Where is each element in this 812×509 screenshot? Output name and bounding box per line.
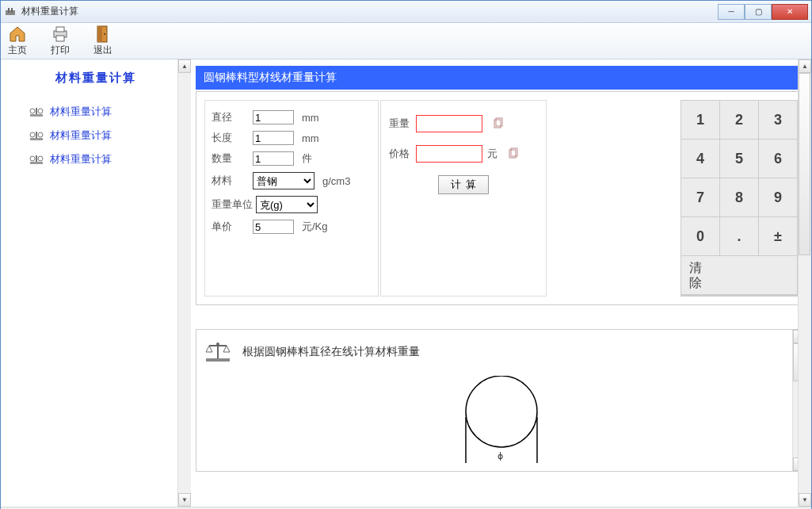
svg-point-16 <box>38 132 43 137</box>
length-label: 长度 <box>212 131 253 145</box>
scale-icon <box>29 130 44 141</box>
print-button[interactable]: 打印 <box>50 25 71 57</box>
svg-rect-14 <box>36 132 37 138</box>
svg-rect-0 <box>6 10 15 15</box>
svg-rect-17 <box>30 162 43 164</box>
svg-point-15 <box>30 132 35 137</box>
svg-point-11 <box>30 109 35 113</box>
key-0[interactable]: 0 <box>681 217 719 255</box>
rod-diagram: ɸ <box>204 376 798 463</box>
balance-scale-icon <box>204 341 231 363</box>
sidebar: 材料重量计算 材料重量计算 材料重量计算 材料重量计算 ▲ ▼ <box>1 59 191 507</box>
svg-rect-9 <box>30 114 43 117</box>
material-select[interactable]: 普钢 <box>253 172 315 189</box>
key-1[interactable]: 1 <box>681 101 719 139</box>
scroll-down-icon[interactable]: ▼ <box>178 493 191 507</box>
copy-weight-icon[interactable] <box>494 117 505 131</box>
description-header: 根据圆钢棒料直径在线计算材料重量 <box>204 341 798 363</box>
titlebar: 材料重量计算 ─ ▢ ✕ <box>1 1 811 23</box>
svg-rect-26 <box>217 346 219 358</box>
exit-button[interactable]: 退出 <box>93 25 113 57</box>
exit-icon <box>93 25 113 44</box>
key-7[interactable]: 7 <box>681 178 719 216</box>
svg-rect-1 <box>8 8 10 13</box>
sidebar-item[interactable]: 材料重量计算 <box>1 147 191 171</box>
calc-panel: 直径 mm 长度 mm 数量 件 材料 <box>196 91 806 305</box>
cost-output[interactable] <box>416 145 482 163</box>
svg-rect-2 <box>11 8 13 13</box>
svg-point-19 <box>30 156 35 161</box>
panel-title: 圆钢棒料型材线材重量计算 <box>196 66 806 90</box>
maximize-button[interactable]: ▢ <box>745 4 772 20</box>
material-unit: g/cm3 <box>322 175 350 187</box>
scroll-up-icon[interactable]: ▲ <box>799 59 811 73</box>
price-input[interactable] <box>253 220 294 234</box>
weight-unit-select[interactable]: 克(g) <box>256 196 318 213</box>
diameter-input[interactable] <box>253 110 294 124</box>
key-plusminus[interactable]: ± <box>759 217 797 255</box>
sidebar-item[interactable]: 材料重量计算 <box>1 100 191 124</box>
scroll-up-icon[interactable]: ▲ <box>178 59 191 73</box>
cost-unit: 元 <box>487 147 497 161</box>
svg-point-28 <box>466 376 537 447</box>
weight-output[interactable] <box>416 115 482 132</box>
svg-rect-7 <box>97 26 102 42</box>
svg-rect-18 <box>36 155 37 162</box>
key-2[interactable]: 2 <box>720 101 758 139</box>
calculate-button[interactable]: 计算 <box>438 175 489 194</box>
minimize-button[interactable]: ─ <box>718 4 745 20</box>
key-6[interactable]: 6 <box>759 140 797 178</box>
svg-point-27 <box>216 343 219 346</box>
input-column: 直径 mm 长度 mm 数量 件 材料 <box>204 100 379 297</box>
sidebar-item-label: 材料重量计算 <box>50 152 112 166</box>
svg-point-8 <box>104 33 105 35</box>
copy-cost-icon[interactable] <box>509 147 520 161</box>
scale-icon <box>29 106 44 117</box>
sidebar-scrollbar[interactable]: ▲ ▼ <box>177 59 191 507</box>
home-button[interactable]: 主页 <box>7 25 28 57</box>
key-8[interactable]: 8 <box>720 178 758 216</box>
svg-rect-25 <box>206 358 230 362</box>
content-area: 材料重量计算 材料重量计算 材料重量计算 材料重量计算 ▲ ▼ 圆钢棒料型材线材… <box>1 59 811 507</box>
description-text: 根据圆钢棒料直径在线计算材料重量 <box>242 345 420 359</box>
key-4[interactable]: 4 <box>681 140 719 178</box>
main-panel: 圆钢棒料型材线材重量计算 直径 mm 长度 mm 数量 <box>191 59 811 507</box>
material-label: 材料 <box>212 174 253 188</box>
svg-text:ɸ: ɸ <box>497 451 503 461</box>
scroll-thumb[interactable] <box>799 73 810 255</box>
home-icon <box>7 25 28 44</box>
main-scrollbar[interactable]: ▲ ▼ <box>798 59 811 507</box>
svg-point-20 <box>38 156 43 161</box>
quantity-label: 数量 <box>212 151 253 166</box>
cost-out-label: 价格 <box>389 147 416 161</box>
home-label: 主页 <box>8 44 27 57</box>
sidebar-item-label: 材料重量计算 <box>50 105 112 119</box>
diameter-unit: mm <box>302 112 319 124</box>
svg-rect-10 <box>36 108 37 114</box>
key-dot[interactable]: . <box>720 217 758 255</box>
key-9[interactable]: 9 <box>759 178 797 216</box>
key-3[interactable]: 3 <box>759 101 797 139</box>
svg-rect-13 <box>30 138 43 140</box>
svg-point-12 <box>38 109 43 113</box>
print-label: 打印 <box>51 44 70 57</box>
window-controls: ─ ▢ ✕ <box>718 4 808 20</box>
diameter-label: 直径 <box>212 110 253 124</box>
keypad: 1 2 3 4 5 6 7 8 9 0 . ± 清 除 <box>680 100 798 297</box>
key-5[interactable]: 5 <box>720 140 758 178</box>
weight-out-label: 重量 <box>389 117 416 131</box>
weight-unit-label: 重量单位 <box>212 197 256 212</box>
price-unit: 元/Kg <box>302 220 328 234</box>
sidebar-item[interactable]: 材料重量计算 <box>1 124 191 147</box>
app-icon <box>4 6 17 18</box>
print-icon <box>50 25 71 44</box>
window-title: 材料重量计算 <box>21 5 718 18</box>
exit-label: 退出 <box>93 44 112 57</box>
scale-icon <box>29 154 44 165</box>
length-input[interactable] <box>253 131 294 145</box>
scroll-down-icon[interactable]: ▼ <box>799 493 811 507</box>
key-clear[interactable]: 清 除 <box>681 256 797 294</box>
quantity-input[interactable] <box>253 151 294 166</box>
close-button[interactable]: ✕ <box>772 4 808 20</box>
svg-rect-4 <box>56 27 64 32</box>
